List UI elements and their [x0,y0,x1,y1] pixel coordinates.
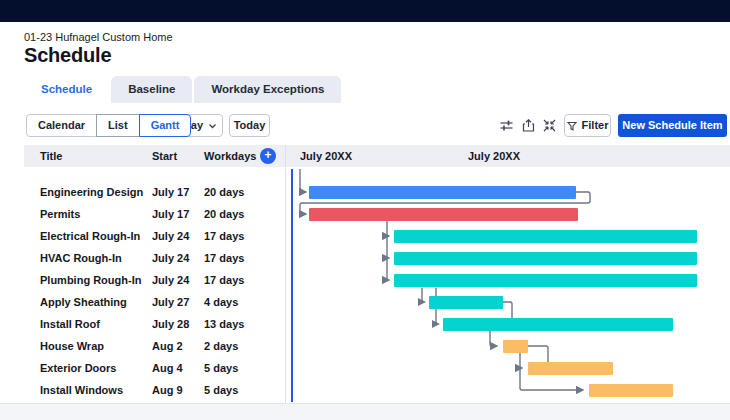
cell-days: 20 days [204,181,244,203]
gantt-bar-install-windows[interactable] [589,384,673,397]
breadcrumb[interactable]: 01-23 Hufnagel Custom Home [24,31,173,43]
cell-days: 2 days [204,335,238,357]
gantt-bar-house-wrap[interactable] [503,340,528,353]
column-header-title[interactable]: Title [40,145,62,167]
cell-title: HVAC Rough-In [40,247,122,269]
view-toggle: CalendarListGantt [26,114,191,137]
table-row-permits[interactable]: PermitsJuly 1720 days [24,203,285,225]
gantt-bar-plumbing-rough-in[interactable] [394,274,697,287]
app-top-bar [0,0,730,22]
table-row-house-wrap[interactable]: House WrapAug 22 days [24,335,285,357]
cell-title: Electrical Rough-In [40,225,140,247]
chevron-down-icon [208,123,217,129]
view-toggle-gantt[interactable]: Gantt [139,114,192,137]
cell-title: Apply Sheathing [40,291,127,313]
gantt-chart [286,167,730,403]
gantt-month-header-1: July 20XX [300,145,352,167]
page-title: Schedule [24,44,111,67]
cell-start: Aug 2 [152,335,183,357]
cell-title: Exterior Doors [40,357,116,379]
table-row-plumbing-rough-in[interactable]: Plumbing Rough-InJuly 2417 days [24,269,285,291]
cell-start: July 24 [152,225,189,247]
cell-start: July 17 [152,203,189,225]
view-toggle-calendar[interactable]: Calendar [26,114,97,137]
cell-days: 5 days [204,357,238,379]
table-row-hvac-rough-in[interactable]: HVAC Rough-InJuly 2417 days [24,247,285,269]
table-row-apply-sheathing[interactable]: Apply SheathingJuly 274 days [24,291,285,313]
today-label: Today [234,115,266,136]
gantt-bar-hvac-rough-in[interactable] [394,252,697,265]
new-schedule-item-button[interactable]: New Schedule Item [618,114,727,137]
cell-start: Aug 4 [152,357,183,379]
filter-funnel-icon [567,121,577,131]
cell-title: Install Roof [40,313,100,335]
table-row-engineering-design[interactable]: Engineering DesignJuly 1720 days [24,181,285,203]
cell-start: July 24 [152,247,189,269]
gantt-bar-install-roof[interactable] [443,318,673,331]
add-column-icon[interactable]: + [260,148,276,164]
column-header-start[interactable]: Start [152,145,177,167]
view-toggle-list[interactable]: List [96,114,140,137]
page-footer-strip [0,403,730,420]
schedule-page: 01-23 Hufnagel Custom Home Schedule Sche… [0,0,730,420]
export-icon[interactable] [522,119,535,132]
cell-start: July 24 [152,269,189,291]
tab-schedule[interactable]: Schedule [24,76,109,103]
gantt-bar-permits[interactable] [309,208,578,221]
cell-days: 5 days [204,379,238,401]
tab-bar: ScheduleBaselineWorkday Exceptions [24,76,343,103]
gantt-bar-exterior-doors[interactable] [528,362,613,375]
cell-days: 17 days [204,269,244,291]
cell-start: Aug 9 [152,379,183,401]
grid-header-band: Title Start Workdays + July 20XX July 20… [24,145,730,167]
cell-days: 17 days [204,225,244,247]
cell-title: Install Windows [40,379,123,401]
cell-title: Permits [40,203,80,225]
cell-start: July 27 [152,291,189,313]
cell-title: House Wrap [40,335,104,357]
table-row-exterior-doors[interactable]: Exterior DoorsAug 45 days [24,357,285,379]
gantt-start-line [291,169,293,402]
gantt-bar-electrical-rough-in[interactable] [394,230,697,243]
today-button[interactable]: Today [229,114,270,137]
schedule-table: Engineering DesignJuly 1720 daysPermitsJ… [24,181,285,401]
settings-sliders-icon[interactable] [500,119,513,132]
tab-workday-exceptions[interactable]: Workday Exceptions [194,76,341,103]
compress-icon[interactable] [543,119,556,132]
gantt-bar-engineering-design[interactable] [309,186,576,199]
table-row-electrical-rough-in[interactable]: Electrical Rough-InJuly 2417 days [24,225,285,247]
cell-days: 4 days [204,291,238,313]
filter-button[interactable]: Filter [564,114,611,137]
cell-days: 13 days [204,313,244,335]
cell-days: 17 days [204,247,244,269]
gantt-bar-apply-sheathing[interactable] [429,296,503,309]
filter-label: Filter [582,115,609,136]
cell-start: July 17 [152,181,189,203]
table-row-install-roof[interactable]: Install RoofJuly 2813 days [24,313,285,335]
table-row-install-windows[interactable]: Install WindowsAug 95 days [24,379,285,401]
cell-title: Plumbing Rough-In [40,269,141,291]
gantt-month-header-2: July 20XX [468,145,520,167]
column-header-workdays[interactable]: Workdays [204,145,256,167]
tab-baseline[interactable]: Baseline [111,76,192,103]
cell-days: 20 days [204,203,244,225]
cell-title: Engineering Design [40,181,143,203]
cell-start: July 28 [152,313,189,335]
